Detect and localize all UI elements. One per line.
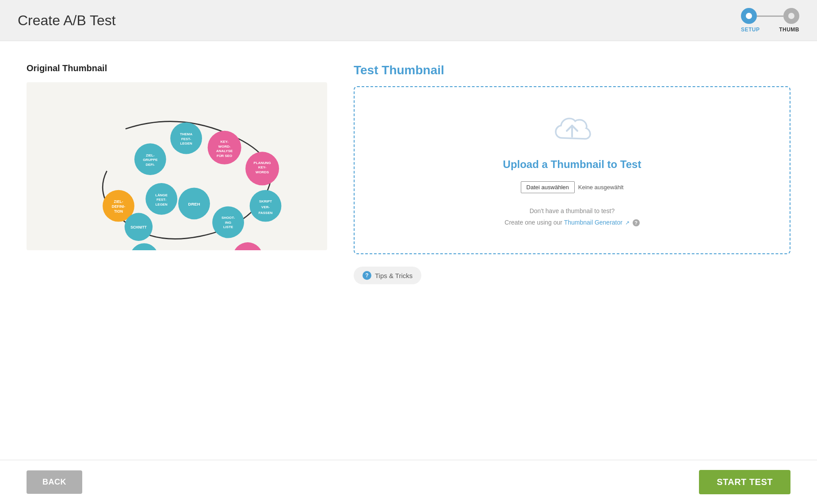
thumbnail-generator-link[interactable]: Thumbnail Generator xyxy=(564,219,622,226)
svg-text:DEFINI-: DEFINI- xyxy=(112,204,126,209)
tips-tricks-button[interactable]: ? Tips & Tricks xyxy=(354,267,421,284)
svg-text:LEGEN: LEGEN xyxy=(156,202,168,206)
svg-text:FASSEN: FASSEN xyxy=(259,211,273,215)
stepper-labels: SETUP THUMB xyxy=(741,27,799,33)
stepper-circles xyxy=(741,8,799,24)
original-image-box: ZIEL- DEFINI- TION ZIEL- GRUPPE DEFI- TH… xyxy=(27,82,327,250)
svg-text:WORDS: WORDS xyxy=(256,170,269,174)
mindmap-svg: ZIEL- DEFINI- TION ZIEL- GRUPPE DEFI- TH… xyxy=(27,82,327,250)
page-header: Create A/B Test SETUP THUMB xyxy=(0,0,817,41)
svg-text:ZIEL-: ZIEL- xyxy=(146,153,155,157)
thumbnails-row: Original Thumbnail ZIEL- DEFINI- TION xyxy=(27,63,790,442)
svg-text:KEY-: KEY- xyxy=(258,165,267,169)
svg-text:ANALYSE: ANALYSE xyxy=(216,149,233,153)
tips-button-label: Tips & Tricks xyxy=(375,272,412,279)
tips-help-icon: ? xyxy=(363,271,371,280)
svg-text:WORD-: WORD- xyxy=(218,145,231,149)
test-section: Test Thumbnail Upload a Thumbnail to Tes… xyxy=(354,63,790,442)
step-1-label: SETUP xyxy=(741,27,760,33)
upload-cloud-icon xyxy=(552,112,592,149)
test-section-title: Test Thumbnail xyxy=(354,63,790,77)
step-2-circle xyxy=(783,8,799,24)
svg-text:PLANUNG: PLANUNG xyxy=(254,161,271,165)
svg-text:FEST-: FEST- xyxy=(181,137,191,141)
main-content: Original Thumbnail ZIEL- DEFINI- TION xyxy=(0,41,817,460)
svg-text:LEGEN: LEGEN xyxy=(180,141,192,145)
page-footer: BACK START TEST xyxy=(0,460,817,504)
upload-title: Upload a Thumbnail to Test xyxy=(503,158,641,171)
stepper: SETUP THUMB xyxy=(741,8,799,33)
svg-text:FÜR SEO: FÜR SEO xyxy=(217,154,232,158)
svg-text:LISTE: LISTE xyxy=(223,225,233,229)
page-title: Create A/B Test xyxy=(18,12,116,29)
step-2-label: THUMB xyxy=(779,27,799,33)
svg-text:THEMA: THEMA xyxy=(180,132,192,136)
file-choose-button[interactable]: Datei auswählen xyxy=(521,181,575,193)
back-button[interactable]: BACK xyxy=(27,470,82,494)
svg-text:SCHNITT: SCHNITT xyxy=(130,225,147,229)
file-input-row[interactable]: Datei auswählen Keine ausgewählt xyxy=(521,181,624,193)
svg-text:DREH: DREH xyxy=(188,202,200,206)
svg-text:DEFI-: DEFI- xyxy=(146,163,155,167)
svg-text:SKRIPT: SKRIPT xyxy=(259,199,272,203)
step-line xyxy=(757,15,783,17)
svg-text:VER-: VER- xyxy=(261,205,270,209)
file-placeholder-label: Keine ausgewählt xyxy=(578,184,624,191)
svg-text:KEY-: KEY- xyxy=(220,140,229,144)
tips-row: ? Tips & Tricks xyxy=(354,267,790,284)
svg-text:GRUPPE: GRUPPE xyxy=(143,158,157,162)
original-section-title: Original Thumbnail xyxy=(27,63,327,73)
svg-text:TION: TION xyxy=(114,209,123,214)
svg-text:ING: ING xyxy=(225,221,231,225)
original-section: Original Thumbnail ZIEL- DEFINI- TION xyxy=(27,63,327,442)
svg-text:FEST-: FEST- xyxy=(157,198,167,202)
step-1-circle xyxy=(741,8,757,24)
external-link-icon: ↗ xyxy=(625,218,630,228)
svg-text:SHOOT-: SHOOT- xyxy=(221,216,235,220)
no-thumb-text: Don't have a thumbnail to test? Create o… xyxy=(504,206,639,228)
upload-box[interactable]: Upload a Thumbnail to Test Datei auswähl… xyxy=(354,86,790,254)
help-icon[interactable]: ? xyxy=(633,219,640,226)
start-test-button[interactable]: START TEST xyxy=(699,470,790,494)
svg-text:LÄNGE: LÄNGE xyxy=(155,193,168,197)
svg-text:ZIEL-: ZIEL- xyxy=(114,199,123,204)
